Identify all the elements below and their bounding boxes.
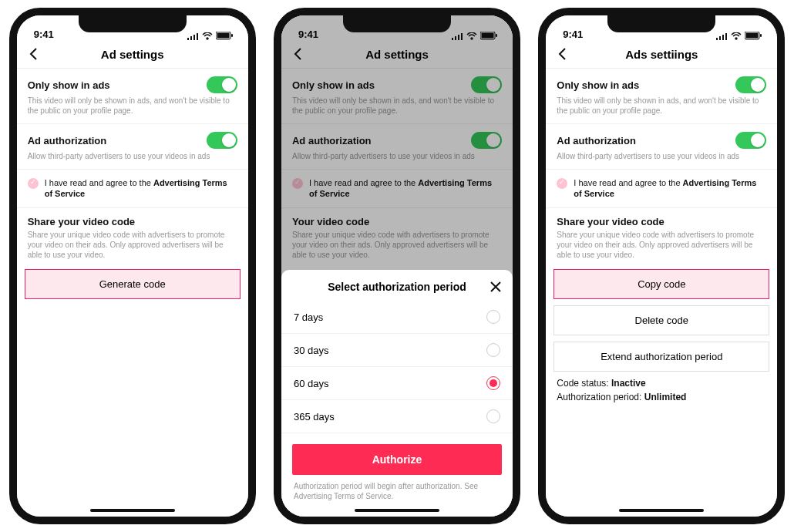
terms-row[interactable]: I have read and agree to the Advertising…: [17, 170, 248, 208]
ad-auth-toggle[interactable]: [207, 132, 237, 149]
option-label: 60 days: [294, 378, 329, 389]
only-show-sub: This video will only be shown in ads, an…: [28, 96, 237, 116]
copy-code-button[interactable]: Copy code: [553, 269, 769, 299]
ad-auth-section: Ad authorization Allow third-party adver…: [17, 124, 248, 170]
svg-rect-20: [760, 34, 762, 37]
svg-rect-5: [217, 33, 229, 39]
svg-rect-6: [231, 34, 233, 37]
only-show-section: Only show in ads This video will only be…: [17, 69, 248, 124]
auth-period-value: Unlimited: [644, 392, 687, 402]
radio-icon: [486, 409, 500, 423]
status-time: 9:41: [563, 29, 583, 40]
signal-icon: [716, 32, 728, 40]
share-title: Share your video code: [557, 216, 766, 227]
generate-code-button[interactable]: Generate code: [25, 269, 241, 299]
notch: [79, 15, 187, 32]
svg-rect-19: [746, 33, 759, 39]
only-show-title: Only show in ads: [557, 79, 639, 91]
page-title: Ads settiings: [555, 48, 768, 61]
option-7-days[interactable]: 7 days: [281, 301, 513, 334]
only-show-title: Only show in ads: [28, 79, 110, 91]
battery-icon: [745, 32, 762, 40]
svg-rect-16: [722, 35, 724, 40]
wifi-icon: [202, 32, 213, 40]
notch: [607, 15, 715, 32]
ad-auth-sub: Allow third-party advertisers to use you…: [557, 151, 766, 161]
share-title: Share your video code: [28, 216, 237, 227]
close-icon[interactable]: [490, 281, 502, 293]
wifi-icon: [731, 32, 742, 40]
ad-auth-sub: Allow third-party advertisers to use you…: [28, 151, 237, 161]
radio-icon: [486, 343, 500, 357]
radio-icon: [486, 376, 500, 390]
home-indicator: [619, 509, 704, 512]
status-icons: [716, 32, 762, 40]
delete-code-button[interactable]: Delete code: [553, 305, 769, 335]
terms-row[interactable]: I have read and agree to the Advertising…: [546, 170, 777, 208]
authorization-sheet: Select authorization period 7 days 30 da…: [281, 270, 513, 517]
svg-rect-2: [193, 35, 195, 40]
terms-text: I have read and agree to the Advertising…: [45, 177, 237, 200]
status-icons: [187, 32, 233, 40]
screen-2: 9:41 Ad settings Only show in ads This v…: [281, 15, 513, 517]
only-show-toggle[interactable]: [207, 76, 237, 93]
phone-1: 9:41 Ad settings Only show in ads This v…: [9, 8, 256, 524]
home-indicator: [90, 509, 175, 512]
auth-period: Authorization period: Unlimited: [546, 392, 777, 406]
phone-2: 9:41 Ad settings Only show in ads This v…: [274, 8, 520, 524]
signal-icon: [187, 32, 199, 40]
ad-auth-toggle[interactable]: [735, 132, 766, 149]
share-sub: Share your unique video code with advert…: [557, 230, 766, 260]
radio-icon: [486, 310, 500, 324]
svg-rect-15: [719, 36, 721, 40]
screen-1: 9:41 Ad settings Only show in ads This v…: [17, 15, 248, 517]
share-section: Share your video code Share your unique …: [546, 208, 777, 266]
ad-auth-title: Ad authorization: [557, 135, 636, 146]
option-60-days[interactable]: 60 days: [281, 367, 513, 400]
ad-auth-title: Ad authorization: [28, 135, 107, 146]
share-sub: Share your unique video code with advert…: [28, 230, 237, 260]
check-icon: [557, 178, 567, 189]
svg-rect-0: [187, 38, 189, 40]
check-icon: [28, 178, 39, 189]
extend-period-button[interactable]: Extend authorization period: [553, 342, 769, 372]
svg-rect-3: [197, 33, 198, 40]
only-show-toggle[interactable]: [735, 76, 766, 93]
ad-auth-section: Ad authorization Allow third-party adver…: [546, 124, 777, 170]
option-365-days[interactable]: 365 days: [281, 400, 513, 433]
code-status: Code status: Inactive: [546, 375, 777, 392]
option-list: 7 days 30 days 60 days 365 days: [281, 301, 513, 433]
svg-rect-1: [190, 36, 192, 40]
authorize-button[interactable]: Authorize: [292, 444, 502, 475]
only-show-sub: This video will only be shown in ads, an…: [557, 96, 766, 116]
notch: [343, 15, 451, 32]
option-label: 30 days: [294, 345, 329, 356]
nav-header: Ads settiings: [546, 42, 777, 69]
svg-rect-17: [725, 33, 727, 40]
svg-rect-14: [716, 38, 718, 40]
phone-3: 9:41 Ads settiings Only show in ads This…: [538, 8, 785, 524]
battery-icon: [216, 32, 233, 40]
sheet-header: Select authorization period: [281, 270, 513, 301]
home-indicator: [355, 509, 439, 512]
page-title: Ad settings: [26, 48, 239, 61]
option-label: 7 days: [294, 311, 323, 323]
option-30-days[interactable]: 30 days: [281, 334, 513, 367]
screen-3: 9:41 Ads settiings Only show in ads This…: [546, 15, 777, 517]
sheet-title: Select authorization period: [292, 281, 502, 293]
nav-header: Ad settings: [17, 42, 248, 69]
share-section: Share your video code Share your unique …: [17, 208, 248, 266]
terms-text: I have read and agree to the Advertising…: [574, 177, 766, 200]
option-label: 365 days: [294, 411, 335, 423]
sheet-footnote: Authorization period will begin after au…: [281, 481, 513, 501]
only-show-section: Only show in ads This video will only be…: [546, 69, 777, 124]
status-time: 9:41: [34, 29, 54, 40]
code-status-value: Inactive: [611, 378, 646, 389]
